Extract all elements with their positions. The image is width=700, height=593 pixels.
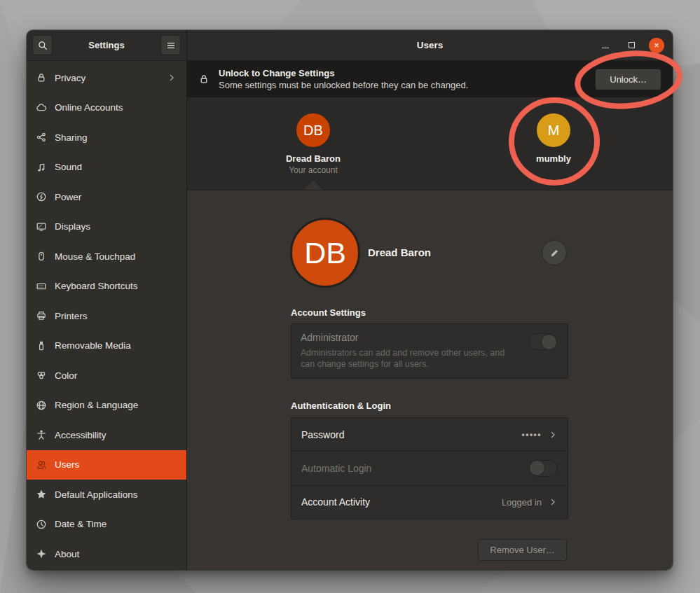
cloud-icon: [36, 102, 47, 113]
sidebar-item-label: Accessibility: [55, 430, 107, 440]
unlock-banner: Unlock to Change Settings Some settings …: [187, 61, 673, 97]
administrator-label: Administrator: [301, 332, 358, 343]
chevron-right-icon: [548, 497, 558, 507]
sidebar-list: PrivacyOnline AccountsSharingSoundPowerD…: [27, 61, 186, 570]
sidebar-title: Settings: [53, 40, 160, 50]
power-icon: [36, 191, 47, 202]
sidebar-item-label: Default Applications: [55, 489, 138, 500]
sidebar-item-label: Online Accounts: [55, 102, 123, 113]
profile-avatar[interactable]: DB: [290, 218, 360, 288]
selected-user-notch: [304, 181, 322, 190]
edit-name-button[interactable]: [542, 240, 567, 265]
account-settings-heading: Account Settings: [291, 307, 366, 318]
sidebar-item-color[interactable]: Color: [27, 361, 186, 391]
keyboard-icon: [36, 281, 47, 292]
profile-name: Dread Baron: [368, 246, 431, 258]
chevron-right-icon: [167, 73, 177, 83]
chevron-right-icon: [548, 430, 558, 440]
sidebar-item-keyboard-shortcuts[interactable]: Keyboard Shortcuts: [27, 272, 186, 302]
search-icon: [37, 40, 48, 51]
password-row[interactable]: Password •••••: [291, 418, 568, 451]
authentication-login-card: Password ••••• Automatic Login Account A…: [291, 417, 568, 519]
sidebar-item-region-and-language[interactable]: Region & Language: [27, 391, 186, 421]
headerbar: Users ×: [187, 30, 673, 61]
sidebar-item-mouse-and-touchpad[interactable]: Mouse & Touchpad: [27, 242, 186, 272]
pencil-icon: [549, 248, 560, 258]
unlock-banner-title: Unlock to Change Settings: [219, 68, 468, 78]
sidebar-item-default-applications[interactable]: Default Applications: [27, 480, 186, 510]
star-icon: [36, 489, 47, 500]
sidebar-item-online-accounts[interactable]: Online Accounts: [27, 93, 186, 123]
sidebar-item-label: Region & Language: [55, 400, 138, 410]
lock-icon: [36, 72, 47, 83]
user-detail-panel: DB Dread Baron Account Settings Administ…: [187, 190, 673, 570]
sidebar-item-label: Power: [55, 192, 81, 202]
color-icon: [36, 370, 47, 381]
carousel-user-mumbly[interactable]: Mmumbly: [508, 113, 599, 164]
sidebar-item-label: Sharing: [55, 132, 88, 143]
sidebar-item-label: Removable Media: [55, 340, 131, 351]
account-activity-value: Logged in: [502, 497, 542, 508]
sidebar-item-printers[interactable]: Printers: [27, 301, 186, 331]
administrator-description: Administrators can add and remove other …: [301, 347, 518, 370]
window-controls: ×: [588, 30, 673, 60]
account-settings-card: Administrator Administrators can add and…: [291, 323, 568, 379]
main-panel: Users × Unlock to Change Settings Some s…: [187, 30, 673, 570]
sidebar-item-removable-media[interactable]: Removable Media: [27, 331, 186, 361]
sidebar-item-label: Users: [55, 459, 79, 470]
account-activity-row[interactable]: Account Activity Logged in: [291, 485, 568, 519]
usb-icon: [36, 340, 47, 351]
automatic-login-label: Automatic Login: [301, 463, 371, 474]
lock-icon: [198, 74, 210, 85]
user-subtitle: Your account: [268, 165, 359, 175]
display-icon: [36, 221, 47, 232]
maximize-button[interactable]: [623, 37, 640, 54]
globe-icon: [36, 400, 47, 411]
administrator-toggle[interactable]: [528, 333, 557, 350]
accessibility-icon: [36, 429, 47, 440]
user-name: Dread Baron: [268, 153, 359, 164]
search-button[interactable]: [32, 35, 53, 55]
password-value: •••••: [521, 430, 542, 440]
sidebar-item-label: Sound: [55, 162, 82, 172]
sidebar-item-label: Mouse & Touchpad: [55, 251, 135, 262]
user-avatar: M: [537, 113, 570, 147]
sidebar-item-displays[interactable]: Displays: [27, 212, 186, 242]
carousel-user-dread-baron[interactable]: DBDread BaronYour account: [268, 113, 359, 175]
unlock-banner-text: Unlock to Change Settings Some settings …: [219, 68, 468, 90]
hamburger-menu-icon: [165, 40, 177, 51]
sidebar-item-date-and-time[interactable]: Date & Time: [27, 510, 186, 540]
minimize-button[interactable]: [597, 37, 614, 54]
automatic-login-toggle[interactable]: [529, 460, 558, 477]
password-label: Password: [301, 429, 344, 440]
sidebar-item-label: Printers: [55, 311, 88, 321]
sidebar-item-label: About: [55, 549, 79, 559]
sidebar-item-label: Color: [55, 370, 77, 381]
sidebar-item-about[interactable]: About: [27, 539, 186, 569]
sidebar-item-label: Displays: [55, 221, 90, 232]
sidebar-item-sharing[interactable]: Sharing: [27, 123, 186, 153]
printer-icon: [36, 310, 47, 321]
unlock-button[interactable]: Unlock…: [595, 69, 661, 90]
menu-button[interactable]: [160, 35, 181, 55]
sidebar-item-label: Date & Time: [55, 519, 107, 529]
users-icon: [36, 459, 47, 470]
user-avatar: DB: [296, 113, 330, 147]
sidebar-item-accessibility[interactable]: Accessibility: [27, 420, 186, 450]
sidebar-item-users[interactable]: Users: [27, 450, 186, 480]
sidebar-item-label: Privacy: [55, 73, 85, 83]
remove-user-button[interactable]: Remove User…: [478, 539, 567, 561]
sparkle-icon: [36, 548, 47, 559]
share-icon: [36, 132, 47, 143]
close-button[interactable]: ×: [649, 38, 664, 53]
sidebar-item-power[interactable]: Power: [27, 182, 186, 212]
automatic-login-row[interactable]: Automatic Login: [291, 451, 568, 484]
account-activity-label: Account Activity: [301, 496, 370, 508]
page-title: Users: [417, 40, 444, 50]
sidebar: Settings PrivacyOnline AccountsSharingSo…: [27, 30, 187, 570]
sidebar-item-sound[interactable]: Sound: [27, 153, 186, 183]
authentication-login-heading: Authentication & Login: [291, 400, 391, 411]
clock-icon: [36, 519, 47, 530]
unlock-banner-subtitle: Some settings must be unlocked before th…: [219, 80, 468, 90]
sidebar-item-privacy[interactable]: Privacy: [27, 63, 186, 93]
